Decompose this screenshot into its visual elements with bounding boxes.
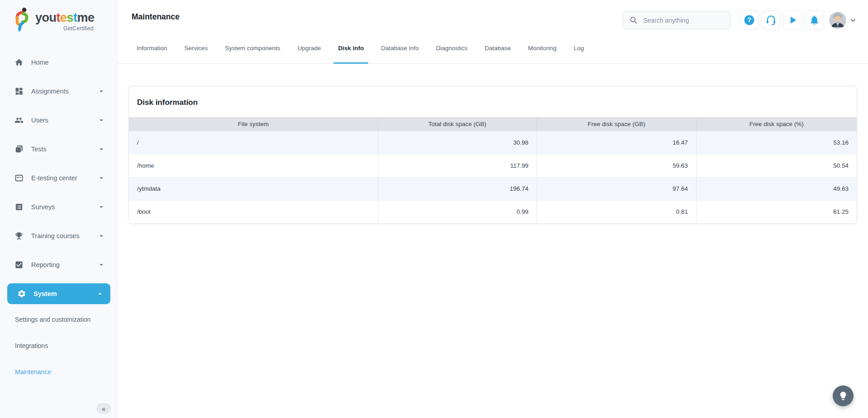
top-bar: Maintenance ? bbox=[118, 0, 868, 34]
tab-log[interactable]: Log bbox=[565, 34, 593, 63]
sidebar-collapse-button[interactable]: « bbox=[96, 403, 111, 414]
tab-database[interactable]: Database bbox=[476, 34, 520, 63]
avatar-image bbox=[829, 12, 846, 29]
chevron-down-icon bbox=[97, 145, 105, 153]
sidebar: youtestme GetCertified Home Assignments … bbox=[0, 0, 118, 418]
svg-text:?: ? bbox=[747, 16, 751, 23]
cell-free-space-pct: 61.25 bbox=[696, 200, 857, 223]
cell-total-space: 0.99 bbox=[378, 200, 537, 223]
sidebar-item-label: Training courses bbox=[31, 232, 80, 240]
cell-free-space-gb: 59.63 bbox=[537, 154, 696, 177]
tab-system-components[interactable]: System components bbox=[216, 34, 289, 63]
cell-file-system: /home bbox=[129, 154, 378, 177]
sidebar-nav: Home Assignments Users Tests bbox=[0, 48, 117, 279]
chevron-down-icon bbox=[97, 203, 105, 211]
tests-icon bbox=[14, 145, 24, 154]
notifications-button[interactable] bbox=[805, 10, 824, 30]
sidebar-item-label: Users bbox=[31, 117, 48, 124]
sidebar-item-label: Home bbox=[31, 59, 49, 66]
tab-diagnostics[interactable]: Diagnostics bbox=[427, 34, 476, 63]
sidebar-item-label: Assignments bbox=[31, 88, 69, 95]
table-row: /home 117.99 59.63 50.54 bbox=[129, 154, 857, 177]
cell-file-system: / bbox=[129, 131, 378, 154]
cell-file-system: /ytmdata bbox=[129, 177, 378, 200]
main-area: Maintenance ? bbox=[118, 0, 868, 418]
chevron-down-icon bbox=[849, 17, 857, 24]
sidebar-item-users[interactable]: Users bbox=[0, 106, 117, 135]
column-header-free-disk-space-gb: Free disk space (GB) bbox=[537, 117, 696, 131]
chevron-down-icon bbox=[97, 261, 105, 269]
tab-upgrade[interactable]: Upgrade bbox=[289, 34, 330, 63]
sidebar-item-reporting[interactable]: Reporting bbox=[0, 250, 117, 279]
help-button[interactable]: ? bbox=[740, 10, 759, 30]
tab-information[interactable]: Information bbox=[128, 34, 176, 63]
avatar[interactable] bbox=[829, 12, 846, 29]
sidebar-subitem-integrations[interactable]: Integrations bbox=[0, 333, 117, 359]
cell-free-space-gb: 16.47 bbox=[537, 131, 696, 154]
cell-free-space-pct: 49.63 bbox=[696, 177, 857, 200]
brand-name: youtestme bbox=[35, 12, 95, 24]
cell-total-space: 196.74 bbox=[378, 177, 537, 200]
brand-text: youtestme GetCertified bbox=[35, 12, 95, 32]
maintenance-tabbar: Information Services System components U… bbox=[118, 34, 868, 64]
tab-database-info[interactable]: Database info bbox=[372, 34, 427, 63]
sidebar-item-assignments[interactable]: Assignments bbox=[0, 77, 117, 106]
column-header-free-disk-space-pct: Free disk space (%) bbox=[696, 117, 857, 131]
chevron-down-icon bbox=[97, 174, 105, 182]
sidebar-subitem-settings-and-customization[interactable]: Settings and customization bbox=[0, 306, 117, 333]
brand-subtitle: GetCertified bbox=[35, 25, 95, 32]
system-submenu: Settings and customization Integrations … bbox=[0, 306, 117, 385]
brand-logo-icon bbox=[12, 5, 33, 33]
bell-icon bbox=[809, 14, 820, 26]
sidebar-item-training-courses[interactable]: Training courses bbox=[0, 221, 117, 250]
cell-total-space: 30.98 bbox=[378, 131, 537, 154]
brand-logo[interactable]: youtestme GetCertified bbox=[0, 0, 117, 33]
cell-free-space-gb: 0.61 bbox=[537, 200, 696, 223]
page-title: Maintenance bbox=[132, 12, 180, 22]
sidebar-item-home[interactable]: Home bbox=[0, 48, 117, 77]
chevron-down-icon bbox=[97, 116, 105, 124]
chevron-up-icon bbox=[96, 290, 104, 298]
sidebar-subitem-label: Settings and customization bbox=[15, 316, 90, 323]
sidebar-subitem-label: Maintenance bbox=[15, 368, 51, 376]
table-row: / 30.98 16.47 53.16 bbox=[129, 131, 857, 154]
sidebar-item-label: Reporting bbox=[31, 261, 60, 268]
support-button[interactable] bbox=[761, 10, 781, 30]
collapse-icon: « bbox=[102, 405, 105, 413]
column-header-total-disk-space: Total disk space (GB) bbox=[378, 117, 537, 131]
sidebar-item-system[interactable]: System bbox=[7, 283, 110, 304]
training-courses-icon bbox=[14, 231, 24, 240]
tour-button[interactable] bbox=[783, 10, 802, 30]
search-box[interactable] bbox=[623, 11, 730, 29]
cell-free-space-gb: 97.64 bbox=[537, 177, 696, 200]
sidebar-item-label: System bbox=[33, 290, 57, 297]
top-bar-actions: ? bbox=[623, 10, 857, 30]
help-icon: ? bbox=[744, 14, 755, 26]
sidebar-item-tests[interactable]: Tests bbox=[0, 135, 117, 164]
e-testing-center-icon bbox=[14, 174, 24, 183]
table-row: /ytmdata 196.74 97.64 49.63 bbox=[129, 177, 857, 200]
lightbulb-icon bbox=[838, 391, 848, 401]
gear-icon bbox=[17, 289, 26, 298]
reporting-icon bbox=[14, 260, 24, 269]
sidebar-item-label: Tests bbox=[31, 146, 47, 153]
sidebar-subitem-maintenance[interactable]: Maintenance bbox=[0, 359, 117, 385]
cell-file-system: /boot bbox=[129, 200, 378, 223]
chevron-down-icon bbox=[97, 87, 105, 95]
sidebar-item-surveys[interactable]: Surveys bbox=[0, 193, 117, 221]
cell-free-space-pct: 50.54 bbox=[696, 154, 857, 177]
tab-services[interactable]: Services bbox=[176, 34, 217, 63]
sidebar-item-e-testing-center[interactable]: E-testing center bbox=[0, 164, 117, 193]
sidebar-subitem-label: Integrations bbox=[15, 342, 48, 349]
tab-disk-info[interactable]: Disk info bbox=[329, 34, 372, 63]
users-icon bbox=[14, 116, 24, 125]
profile-menu-caret[interactable] bbox=[849, 17, 857, 24]
tab-monitoring[interactable]: Monitoring bbox=[519, 34, 565, 63]
search-icon bbox=[629, 16, 638, 24]
home-icon bbox=[14, 58, 24, 67]
search-input[interactable] bbox=[642, 16, 724, 24]
surveys-icon bbox=[14, 202, 24, 211]
play-icon bbox=[787, 14, 798, 26]
hints-fab-button[interactable] bbox=[833, 385, 854, 406]
chevron-down-icon bbox=[97, 232, 105, 240]
